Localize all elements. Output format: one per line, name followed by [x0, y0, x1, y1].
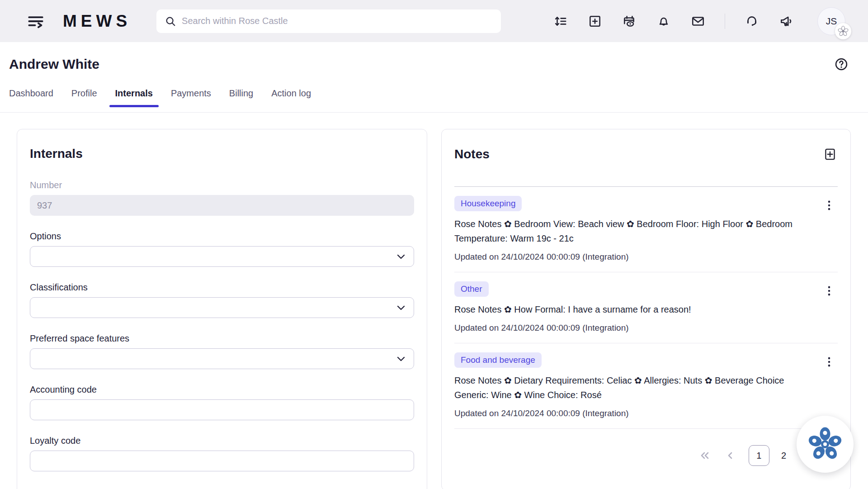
page-title: Andrew White: [9, 57, 99, 72]
loyalty-code-input[interactable]: [30, 451, 414, 471]
note-kebab-icon[interactable]: [821, 354, 837, 370]
options-select[interactable]: [30, 246, 414, 267]
main-content: Internals Number Options Classifications…: [0, 113, 868, 489]
calendar-view-icon[interactable]: [619, 11, 640, 32]
preferred-space-features-select[interactable]: [30, 348, 414, 369]
chevron-down-icon: [396, 353, 406, 364]
search-input[interactable]: [182, 16, 493, 26]
note-kebab-icon[interactable]: [821, 198, 837, 213]
page-header: Andrew White: [0, 42, 868, 72]
note-item-housekeeping: Housekeeping Rose Notes ✿ Bedroom View: …: [454, 187, 838, 272]
note-category-badge: Housekeeping: [454, 196, 522, 211]
note-category-badge: Other: [454, 281, 489, 297]
assistant-flower-button[interactable]: [797, 416, 854, 473]
field-preferred-space-features: Preferred space features: [30, 333, 414, 369]
note-text: Rose Notes ✿ How Formal: I have a surnam…: [454, 302, 807, 317]
page-1-button[interactable]: 1: [749, 445, 769, 466]
global-search[interactable]: [156, 9, 501, 33]
chevron-down-icon: [396, 251, 406, 262]
note-updated: Updated on 24/10/2024 00:00:09 (Integrat…: [454, 323, 838, 333]
field-options: Options: [30, 231, 414, 267]
field-classifications: Classifications: [30, 282, 414, 318]
note-updated: Updated on 24/10/2024 00:00:09 (Integrat…: [454, 252, 838, 262]
tab-payments[interactable]: Payments: [171, 88, 211, 112]
note-kebab-icon[interactable]: [821, 283, 837, 299]
field-loyalty-code: Loyalty code: [30, 436, 414, 471]
number-input: [30, 195, 414, 216]
accounting-code-label: Accounting code: [30, 385, 414, 395]
classifications-select[interactable]: [30, 297, 414, 318]
tab-billing[interactable]: Billing: [229, 88, 253, 112]
internals-card: Internals Number Options Classifications…: [17, 129, 427, 489]
avatar-initials: JS: [826, 16, 837, 27]
headset-icon[interactable]: [741, 11, 762, 32]
notes-pagination: 1 2: [454, 445, 838, 466]
menu-icon[interactable]: [26, 11, 46, 31]
classifications-label: Classifications: [30, 282, 414, 293]
tab-bar: Dashboard Profile Internals Payments Bil…: [0, 88, 868, 113]
avatar[interactable]: JS: [817, 7, 845, 35]
mail-icon[interactable]: [688, 11, 708, 32]
mews-logo: MEWS: [63, 12, 131, 31]
tab-action-log[interactable]: Action log: [271, 88, 311, 112]
help-icon[interactable]: [834, 57, 849, 72]
field-accounting-code: Accounting code: [30, 385, 414, 420]
page-2-button[interactable]: 2: [781, 451, 786, 461]
notes-title: Notes: [454, 147, 490, 161]
megaphone-icon[interactable]: [776, 11, 797, 32]
accounting-code-input[interactable]: [30, 399, 414, 420]
topbar-actions: JS: [550, 7, 845, 35]
top-bar: MEWS: [0, 0, 868, 42]
tab-dashboard[interactable]: Dashboard: [9, 88, 53, 112]
preferred-space-features-label: Preferred space features: [30, 333, 414, 344]
note-updated: Updated on 24/10/2024 00:00:09 (Integrat…: [454, 408, 838, 418]
note-text: Rose Notes ✿ Bedroom View: Beach view ✿ …: [454, 217, 807, 246]
note-item-food-and-beverage: Food and beverage Rose Notes ✿ Dietary R…: [454, 343, 838, 429]
field-number: Number: [30, 180, 414, 216]
previous-page-icon[interactable]: [723, 449, 737, 462]
loyalty-code-label: Loyalty code: [30, 436, 414, 446]
search-icon: [165, 15, 176, 27]
number-label: Number: [30, 180, 414, 190]
note-item-other: Other Rose Notes ✿ How Formal: I have a …: [454, 272, 838, 343]
flower-icon: [808, 427, 842, 461]
note-category-badge: Food and beverage: [454, 352, 542, 368]
tab-internals[interactable]: Internals: [115, 88, 153, 112]
internals-title: Internals: [30, 147, 414, 161]
topbar-divider: [725, 14, 725, 29]
add-note-icon[interactable]: [822, 147, 838, 162]
bell-icon[interactable]: [653, 11, 674, 32]
options-label: Options: [30, 231, 414, 242]
notes-card: Notes Housekeeping Rose Notes ✿ Bedroom …: [441, 129, 851, 489]
line-spacing-icon[interactable]: [550, 11, 571, 32]
tab-profile[interactable]: Profile: [71, 88, 97, 112]
note-text: Rose Notes ✿ Dietary Requirements: Celia…: [454, 373, 807, 402]
first-page-icon[interactable]: [698, 449, 712, 462]
avatar-flower-badge: [835, 23, 851, 39]
create-plus-icon[interactable]: [585, 11, 605, 32]
chevron-down-icon: [396, 302, 406, 313]
